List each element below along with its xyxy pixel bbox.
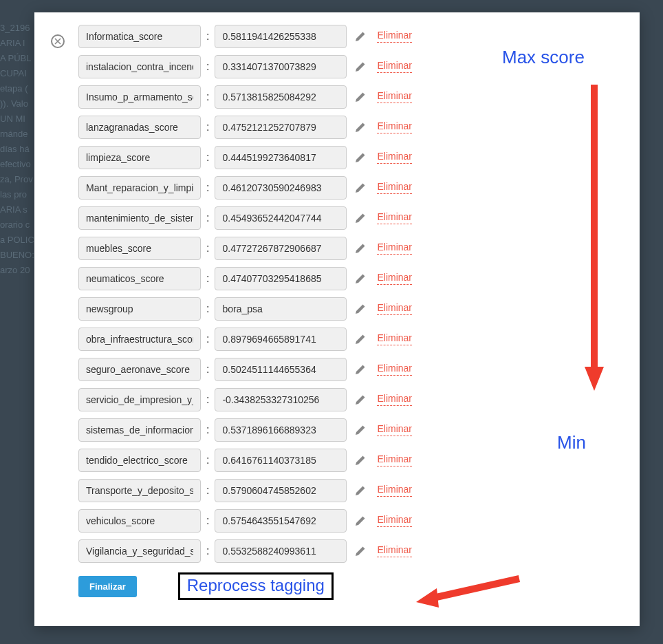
field-row: :Eliminar	[78, 25, 623, 48]
field-key-input[interactable]	[78, 328, 201, 351]
field-value-input[interactable]	[215, 449, 347, 472]
field-row: :Eliminar	[78, 539, 623, 563]
field-value-input[interactable]	[215, 418, 347, 442]
field-value-input[interactable]	[215, 328, 347, 351]
delete-link[interactable]: Eliminar	[377, 242, 412, 254]
field-value-input[interactable]	[215, 388, 347, 411]
pencil-icon[interactable]	[355, 515, 366, 526]
delete-link[interactable]: Eliminar	[377, 121, 412, 133]
field-value-input[interactable]	[215, 176, 347, 200]
field-key-input[interactable]	[78, 297, 201, 321]
finalize-button[interactable]: Finalizar	[78, 576, 137, 597]
pencil-icon[interactable]	[355, 92, 366, 103]
pencil-icon[interactable]	[355, 182, 366, 193]
app-background: 3_2196 ARIA l A PÚBL CUPAI etapa ( )). V…	[0, 0, 663, 644]
colon-separator: :	[206, 484, 209, 497]
delete-link[interactable]: Eliminar	[377, 484, 412, 496]
field-row: :Eliminar	[78, 55, 623, 78]
colon-separator: :	[206, 242, 209, 255]
close-button[interactable]	[51, 34, 65, 48]
pencil-icon[interactable]	[355, 485, 366, 496]
field-value-input[interactable]	[215, 539, 347, 563]
delete-link[interactable]: Eliminar	[377, 424, 412, 436]
delete-link[interactable]: Eliminar	[377, 61, 412, 72]
pencil-icon[interactable]	[355, 394, 366, 405]
pencil-icon[interactable]	[355, 455, 366, 466]
colon-separator: :	[206, 91, 209, 103]
field-value-input[interactable]	[215, 206, 347, 230]
field-value-input[interactable]	[215, 116, 347, 139]
pencil-icon[interactable]	[355, 61, 366, 72]
colon-separator: :	[206, 545, 209, 557]
pencil-icon[interactable]	[355, 273, 366, 284]
field-row: :Eliminar	[78, 449, 623, 472]
field-value-input[interactable]	[215, 237, 347, 260]
delete-link[interactable]: Eliminar	[377, 363, 412, 375]
field-row: :Eliminar	[78, 297, 623, 321]
field-value-input[interactable]	[215, 25, 347, 48]
delete-link[interactable]: Eliminar	[377, 151, 412, 163]
field-key-input[interactable]	[78, 509, 201, 533]
field-value-input[interactable]	[215, 509, 347, 533]
delete-link[interactable]: Eliminar	[377, 454, 412, 466]
delete-link[interactable]: Eliminar	[377, 515, 412, 526]
field-key-input[interactable]	[78, 116, 201, 139]
delete-link[interactable]: Eliminar	[377, 272, 412, 284]
field-key-input[interactable]	[78, 85, 201, 109]
field-key-input[interactable]	[78, 358, 201, 381]
field-key-input[interactable]	[78, 146, 201, 169]
field-key-input[interactable]	[78, 206, 201, 230]
field-key-input[interactable]	[78, 449, 201, 472]
delete-link[interactable]: Eliminar	[377, 333, 412, 345]
colon-separator: :	[206, 303, 209, 315]
pencil-icon[interactable]	[355, 425, 366, 436]
pencil-icon[interactable]	[355, 213, 366, 224]
field-row: :Eliminar	[78, 509, 623, 533]
pencil-icon[interactable]	[355, 303, 366, 314]
field-key-input[interactable]	[78, 25, 201, 48]
pencil-icon[interactable]	[355, 122, 366, 133]
field-key-input[interactable]	[78, 388, 201, 411]
field-value-input[interactable]	[215, 267, 347, 290]
field-key-input[interactable]	[78, 237, 201, 260]
field-value-input[interactable]	[215, 479, 347, 502]
field-key-input[interactable]	[78, 418, 201, 442]
delete-link[interactable]: Eliminar	[377, 182, 412, 193]
field-key-input[interactable]	[78, 176, 201, 200]
delete-link[interactable]: Eliminar	[377, 212, 412, 224]
pencil-icon[interactable]	[355, 152, 366, 163]
colon-separator: :	[206, 363, 209, 376]
field-key-input[interactable]	[78, 267, 201, 290]
pencil-icon[interactable]	[355, 334, 366, 345]
field-value-input[interactable]	[215, 297, 347, 321]
colon-separator: :	[206, 272, 209, 285]
field-row: :Eliminar	[78, 328, 623, 351]
field-row: :Eliminar	[78, 116, 623, 139]
field-row: :Eliminar	[78, 479, 623, 502]
pencil-icon[interactable]	[355, 243, 366, 254]
delete-link[interactable]: Eliminar	[377, 91, 412, 103]
colon-separator: :	[206, 212, 209, 224]
pencil-icon[interactable]	[355, 31, 366, 42]
delete-link[interactable]: Eliminar	[377, 303, 412, 314]
modal-footer: Finalizar Reprocess tagging	[78, 572, 623, 600]
colon-separator: :	[206, 30, 209, 43]
delete-link[interactable]: Eliminar	[377, 545, 412, 557]
field-row: :Eliminar	[78, 237, 623, 260]
field-row: :Eliminar	[78, 206, 623, 230]
field-row: :Eliminar	[78, 388, 623, 411]
pencil-icon[interactable]	[355, 546, 366, 557]
delete-link[interactable]: Eliminar	[377, 30, 412, 42]
field-key-input[interactable]	[78, 479, 201, 502]
field-row: :Eliminar	[78, 85, 623, 109]
field-value-input[interactable]	[215, 55, 347, 78]
field-value-input[interactable]	[215, 85, 347, 109]
modal-scroll-area[interactable]: :Eliminar:Eliminar:Eliminar:Eliminar:Eli…	[34, 12, 640, 626]
field-value-input[interactable]	[215, 146, 347, 169]
delete-link[interactable]: Eliminar	[377, 394, 412, 405]
field-value-input[interactable]	[215, 358, 347, 381]
pencil-icon[interactable]	[355, 364, 366, 375]
field-key-input[interactable]	[78, 55, 201, 78]
field-row: :Eliminar	[78, 358, 623, 381]
field-key-input[interactable]	[78, 539, 201, 563]
